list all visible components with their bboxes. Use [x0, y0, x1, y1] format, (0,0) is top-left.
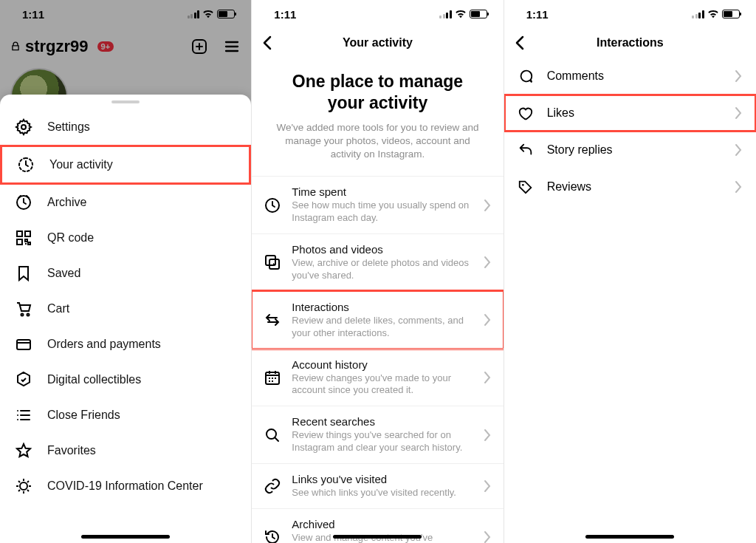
hero-title: One place to manage your activity	[274, 71, 481, 114]
row-comments[interactable]: Comments	[504, 58, 756, 95]
chevron-right-icon	[483, 371, 492, 384]
clock-icon	[264, 197, 281, 214]
link-icon	[264, 477, 281, 495]
menu-saved[interactable]: Saved	[0, 256, 251, 291]
status-bar: 1:11	[0, 0, 251, 28]
row-sub: View, archive or delete photos and video…	[292, 257, 472, 282]
row-recent-searches[interactable]: Recent searchesReview things you've sear…	[252, 406, 503, 463]
home-indicator[interactable]	[81, 535, 170, 539]
svg-rect-5	[17, 239, 22, 245]
list-icon	[15, 406, 32, 424]
menu-label: QR code	[47, 231, 94, 245]
menu-cart[interactable]: Cart	[0, 291, 251, 327]
chevron-right-icon	[483, 428, 492, 442]
svg-point-7	[27, 314, 30, 316]
status-time: 1:11	[22, 8, 44, 21]
row-label: Story replies	[547, 143, 721, 157]
row-story-replies[interactable]: Story replies	[504, 132, 756, 168]
menu-archive[interactable]: Archive	[0, 185, 251, 220]
row-links-visited[interactable]: Links you've visitedSee which links you'…	[252, 463, 503, 508]
row-likes[interactable]: Likes	[504, 95, 756, 132]
row-sub: Review changes you've made to your accou…	[292, 372, 472, 397]
svg-point-1	[21, 125, 26, 129]
svg-rect-4	[25, 231, 30, 236]
menu-label: Your activity	[49, 158, 113, 171]
home-indicator[interactable]	[333, 535, 422, 539]
row-title: Account history	[292, 358, 472, 371]
screen-interactions: 1:11 Interactions Comments Likes Story r…	[504, 0, 756, 543]
search-icon	[264, 426, 281, 444]
svg-point-9	[20, 482, 27, 490]
menu-label: Orders and payments	[47, 338, 161, 351]
username[interactable]: strgzr99	[25, 37, 89, 56]
tag-icon	[518, 179, 534, 195]
row-title: Interactions	[292, 301, 472, 313]
activity-list: Time spentSee how much time you usually …	[252, 176, 503, 543]
row-sub: Review and delete likes, comments, and y…	[292, 315, 472, 340]
covid-icon	[15, 477, 32, 495]
row-label: Reviews	[547, 180, 721, 194]
media-icon	[264, 253, 281, 271]
menu-favorites[interactable]: Favorites	[0, 433, 251, 468]
wifi-icon	[455, 10, 467, 18]
hexagon-icon	[15, 371, 32, 389]
wifi-icon	[707, 10, 719, 18]
page-title: Your activity	[343, 36, 413, 49]
profile-header: strgzr99 9+	[0, 28, 251, 65]
row-interactions[interactable]: InteractionsReview and delete likes, com…	[252, 291, 503, 349]
chevron-right-icon	[483, 256, 492, 269]
menu-close-friends[interactable]: Close Friends	[0, 397, 251, 433]
battery-icon	[722, 10, 740, 18]
sheet-grabber[interactable]	[111, 100, 140, 103]
nav-bar: Interactions	[504, 28, 756, 58]
row-title: Archived	[292, 518, 472, 530]
reply-icon	[518, 142, 534, 158]
home-indicator[interactable]	[585, 535, 674, 539]
menu-label: Close Friends	[47, 409, 120, 422]
row-sub: See which links you've visited recently.	[292, 487, 472, 499]
nav-bar: Your activity	[252, 28, 503, 58]
menu-collectibles[interactable]: Digital collectibles	[0, 362, 251, 397]
cellular-icon	[188, 10, 200, 18]
row-time-spent[interactable]: Time spentSee how much time you usually …	[252, 176, 503, 233]
battery-icon	[217, 10, 235, 18]
star-icon	[15, 442, 32, 460]
row-sub: See how much time you usually spend on I…	[292, 199, 472, 225]
menu-label: Settings	[47, 120, 90, 134]
qr-icon	[15, 229, 32, 247]
swap-icon	[264, 311, 281, 329]
menu-settings[interactable]: Settings	[0, 109, 251, 145]
row-photos-videos[interactable]: Photos and videosView, archive or delete…	[252, 233, 503, 291]
status-bar: 1:11	[252, 0, 503, 28]
page-title: Interactions	[597, 36, 664, 49]
menu-orders[interactable]: Orders and payments	[0, 327, 251, 362]
back-icon[interactable]	[259, 34, 277, 52]
menu-qr-code[interactable]: QR code	[0, 220, 251, 256]
new-post-icon[interactable]	[190, 38, 208, 55]
notification-badge: 9+	[97, 41, 114, 52]
row-title: Links you've visited	[292, 473, 472, 485]
row-reviews[interactable]: Reviews	[504, 168, 756, 205]
svg-point-6	[21, 314, 24, 316]
battery-icon	[470, 10, 487, 18]
status-bar: 1:11	[504, 0, 756, 28]
archive-icon	[15, 194, 32, 211]
bookmark-icon	[15, 264, 32, 282]
hero: One place to manage your activity We've …	[252, 58, 503, 176]
row-label: Likes	[547, 106, 721, 120]
hero-subtitle: We've added more tools for you to review…	[274, 121, 481, 162]
menu-label: Digital collectibles	[47, 373, 141, 386]
row-account-history[interactable]: Account historyReview changes you've mad…	[252, 349, 503, 406]
hamburger-icon[interactable]	[223, 38, 241, 55]
menu-your-activity[interactable]: Your activity	[0, 145, 251, 185]
chevron-right-icon	[483, 199, 492, 212]
menu-label: Favorites	[47, 444, 96, 457]
screen-profile-menu: 1:11 strgzr99 9+ Settings Your activity	[0, 0, 252, 543]
chevron-right-icon	[483, 530, 492, 543]
menu-covid[interactable]: COVID-19 Information Center	[0, 468, 251, 504]
cellular-icon	[692, 10, 704, 18]
back-icon[interactable]	[512, 34, 529, 52]
svg-point-15	[522, 184, 524, 186]
comment-icon	[518, 68, 534, 84]
bottom-sheet-menu: Settings Your activity Archive QR code S…	[0, 95, 251, 543]
